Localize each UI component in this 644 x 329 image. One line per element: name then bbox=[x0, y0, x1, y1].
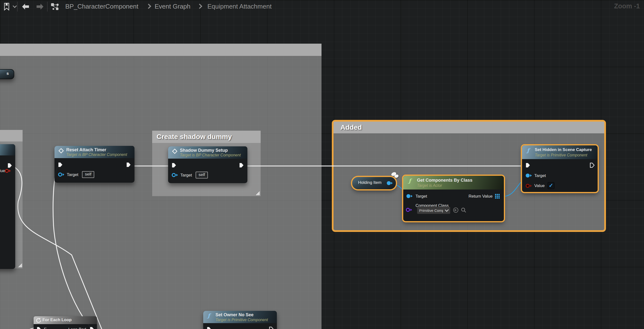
loop-icon bbox=[36, 318, 42, 323]
object-pin[interactable] bbox=[172, 173, 178, 177]
exec-out-pin[interactable] bbox=[239, 163, 244, 168]
breadcrumb-root[interactable]: BP_CharacterComponent bbox=[65, 3, 138, 10]
browse-search-icon[interactable] bbox=[461, 207, 466, 213]
node-title: Shadow Dummy Setup bbox=[180, 148, 228, 153]
pin-label-exec: E bbox=[44, 327, 47, 329]
exec-in-pin[interactable] bbox=[172, 163, 176, 168]
pin-label-target: Target bbox=[534, 173, 546, 178]
node-holding-item[interactable]: Holding Item bbox=[352, 177, 396, 189]
value-checkbox[interactable]: ✓ bbox=[548, 182, 554, 189]
target-self-field[interactable]: self bbox=[82, 171, 94, 178]
graph-hierarchy-icon bbox=[50, 3, 60, 10]
node-pill-fragment-label: s bbox=[7, 71, 9, 76]
node-pill-fragment[interactable]: s bbox=[0, 69, 14, 79]
event-diamond-icon bbox=[172, 149, 178, 154]
pin-label-value: Value bbox=[534, 183, 544, 188]
node-reset-attach-timer[interactable]: Reset Attach Timer Target is BP Characte… bbox=[54, 146, 134, 183]
forward-arrow-button[interactable] bbox=[36, 3, 44, 10]
node-title: Reset Attach Timer bbox=[66, 147, 106, 152]
function-icon: ƒ bbox=[409, 178, 411, 183]
exec-in-pin[interactable] bbox=[36, 327, 42, 329]
pin-label-target: Target bbox=[180, 173, 192, 178]
function-icon: ƒ bbox=[208, 313, 210, 318]
node-for-each-loop[interactable]: For Each Loop E Loop Bod bbox=[34, 316, 97, 329]
component-class-dropdown[interactable]: Primitive Compo bbox=[417, 207, 450, 214]
node-subtitle: Target is BP Character Component bbox=[66, 152, 127, 157]
zoom-level-label: Zoom -1 bbox=[614, 2, 640, 10]
node-set-hidden-in-scene-capture[interactable]: ƒ Set Hidden in Scene Capture Target is … bbox=[522, 145, 598, 192]
bookmark-dropdown-chevron-icon[interactable] bbox=[13, 4, 17, 8]
node-subtitle: Target is Primitive Component bbox=[535, 153, 587, 157]
back-arrow-button[interactable] bbox=[21, 3, 30, 10]
bool-pin[interactable] bbox=[5, 169, 11, 173]
node-subtitle: Target is Primitive Component bbox=[216, 318, 268, 322]
breadcrumb-chevron-icon bbox=[197, 4, 202, 9]
wire-exec-loopbody-to-reset bbox=[53, 166, 93, 329]
class-pin[interactable] bbox=[406, 208, 412, 212]
bool-pin[interactable] bbox=[526, 184, 532, 188]
array-object-pin[interactable] bbox=[495, 194, 500, 199]
node-get-components-by-class[interactable]: ƒ Get Components By Class Target is Acto… bbox=[403, 176, 504, 221]
event-diamond-icon bbox=[58, 148, 64, 153]
object-in-pin[interactable] bbox=[526, 173, 532, 178]
blueprint-graph-canvas[interactable]: Create shadow dummy Added lue bbox=[0, 0, 644, 329]
pin-label-loop-body: Loop Bod bbox=[68, 327, 86, 329]
node-left-partial[interactable]: lue bbox=[0, 144, 15, 269]
function-icon: ƒ bbox=[527, 148, 529, 153]
node-shadow-dummy-setup[interactable]: Shadow Dummy Setup Target is BP Characte… bbox=[168, 146, 248, 183]
target-self-field[interactable]: self bbox=[196, 172, 208, 178]
exec-out-pin[interactable] bbox=[126, 162, 131, 167]
bookmark-icon[interactable] bbox=[4, 2, 10, 11]
pin-label-target: Target bbox=[67, 172, 78, 177]
chevron-down-icon bbox=[445, 208, 449, 212]
node-title: Get Components By Class bbox=[417, 178, 472, 183]
node-subtitle: Target is Actor bbox=[417, 183, 442, 188]
node-subtitle: Target is BP Character Component bbox=[180, 153, 241, 157]
breadcrumb-event-graph[interactable]: Event Graph bbox=[154, 3, 190, 10]
breadcrumb-chevron-icon bbox=[146, 4, 151, 9]
object-out-pin[interactable] bbox=[386, 181, 393, 185]
exec-out-pin[interactable] bbox=[7, 163, 12, 168]
pin-label-target: Target bbox=[416, 194, 427, 199]
node-title: Set Hidden in Scene Capture bbox=[535, 147, 592, 152]
component-class-value: Primitive Compo bbox=[419, 208, 443, 213]
breadcrumb-subgraph[interactable]: Equipment Attachment bbox=[208, 3, 272, 10]
pin-label-value: lue bbox=[0, 168, 5, 173]
object-pin[interactable] bbox=[58, 172, 65, 177]
node-set-owner-no-see[interactable]: ƒ Set Owner No See Target is Primitive C… bbox=[203, 311, 277, 329]
graph-toolbar: BP_CharacterComponent Event Graph Equipm… bbox=[0, 0, 644, 13]
exec-in-pin[interactable] bbox=[207, 327, 212, 329]
toolbar-separator bbox=[47, 2, 48, 11]
node-title: Set Owner No See bbox=[216, 312, 254, 318]
node-left-partial-header bbox=[0, 144, 15, 155]
use-selected-icon[interactable] bbox=[453, 207, 459, 213]
exec-in-pin[interactable] bbox=[526, 163, 530, 168]
object-in-pin[interactable] bbox=[406, 194, 413, 198]
exec-in-pin[interactable] bbox=[58, 162, 63, 167]
toolbar-separator bbox=[17, 2, 18, 11]
pin-label-return-value: Return Value bbox=[468, 194, 492, 199]
node-title: Holding Item bbox=[358, 180, 382, 185]
exec-out-pin[interactable] bbox=[590, 163, 595, 168]
exec-out-pin[interactable] bbox=[269, 327, 274, 329]
node-title: For Each Loop bbox=[42, 318, 72, 323]
exec-out-pin[interactable] bbox=[90, 327, 94, 329]
